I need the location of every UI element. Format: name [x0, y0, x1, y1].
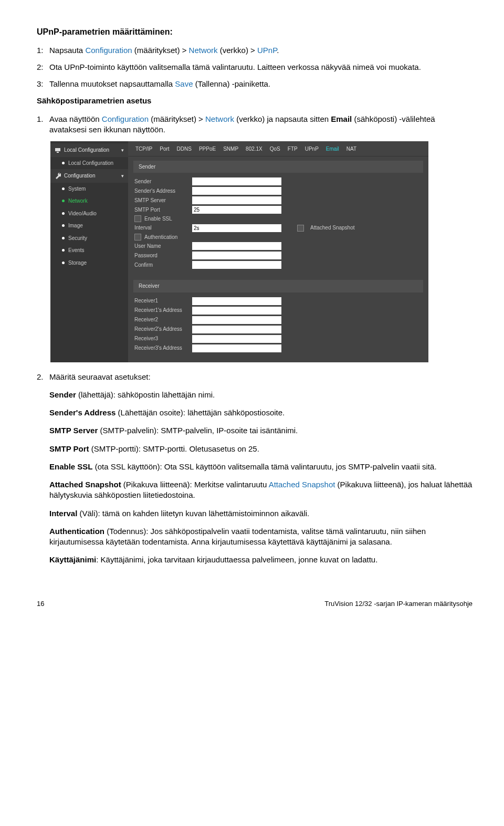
checkbox-authentication[interactable] — [134, 234, 141, 241]
sidebar-item-system[interactable]: System — [50, 183, 128, 195]
label-receiver3-addr: Receiver3's Address — [133, 344, 192, 352]
sidebar-item-storage[interactable]: Storage — [50, 257, 128, 269]
input-receiver2-addr[interactable] — [192, 326, 281, 333]
label-smtp-port: SMTP Port — [133, 206, 192, 214]
screenshot: Local Configuration ▾ Local Configuratio… — [50, 141, 428, 362]
tab-ddns[interactable]: DDNS — [177, 145, 192, 153]
label-attached-snapshot: Attached Snapshot — [310, 224, 355, 232]
label-receiver1: Receiver1 — [133, 297, 192, 305]
input-receiver1-addr[interactable] — [192, 307, 281, 315]
label-receiver1-addr: Receiver1's Address — [133, 307, 192, 314]
input-username[interactable] — [192, 242, 281, 250]
section-receiver: Receiver — [133, 280, 423, 292]
input-receiver2[interactable] — [192, 316, 281, 324]
tab-upnp[interactable]: UPnP — [305, 145, 319, 153]
input-smtp-port[interactable]: 25 — [192, 206, 281, 214]
label-interval: Interval — [133, 224, 192, 232]
sidebar-item-video-audio[interactable]: Video/Audio — [50, 207, 128, 220]
label-confirm: Confirm — [133, 262, 192, 269]
sidebar-header-configuration[interactable]: Configuration ▾ — [50, 169, 128, 183]
input-receiver1[interactable] — [192, 297, 281, 305]
step-3: 3: Tallenna muutokset napsauttamalla Sav… — [37, 79, 472, 89]
input-confirm[interactable] — [192, 261, 281, 269]
tab-email[interactable]: Email — [326, 145, 339, 153]
checkbox-enable-ssl[interactable] — [134, 215, 141, 222]
doc-title: TruVision 12/32 -sarjan IP-kameran määri… — [324, 599, 472, 609]
sidebar: Local Configuration ▾ Local Configuratio… — [50, 141, 128, 362]
input-smtp-server[interactable] — [192, 196, 281, 204]
input-receiver3-addr[interactable] — [192, 344, 281, 352]
input-sender-address[interactable] — [192, 187, 281, 195]
tab-ftp[interactable]: FTP — [288, 145, 298, 153]
page-number: 16 — [37, 599, 44, 609]
tab-nat[interactable]: NAT — [346, 145, 356, 153]
label-username: User Name — [133, 243, 192, 250]
section-sender: Sender — [133, 161, 423, 173]
input-password[interactable] — [192, 252, 281, 259]
chevron-down-icon: ▾ — [121, 147, 124, 153]
svg-rect-1 — [57, 152, 59, 153]
wrench-icon — [55, 173, 61, 179]
tab-pppoe[interactable]: PPPoE — [199, 145, 216, 153]
sidebar-header-local[interactable]: Local Configuration ▾ — [50, 143, 128, 157]
chevron-down-icon: ▾ — [121, 173, 124, 179]
label-receiver2: Receiver2 — [133, 316, 192, 323]
section-heading: UPnP-parametrien määrittäminen: — [37, 26, 472, 38]
sidebar-item-image[interactable]: Image — [50, 219, 128, 232]
monitor-icon — [55, 147, 61, 153]
svg-rect-0 — [55, 148, 60, 151]
label-sender: Sender — [133, 178, 192, 185]
sub-heading: Sähköpostiparametrien asetus — [37, 96, 472, 106]
label-smtp-server: SMTP Server — [133, 197, 192, 204]
label-authentication: Authentication — [144, 234, 177, 241]
sidebar-item-local[interactable]: Local Configuration — [50, 157, 128, 170]
input-receiver3[interactable] — [192, 335, 281, 343]
step-2: 2: Ota UPnP-toiminto käyttöön valitsemal… — [37, 62, 472, 72]
tab-port[interactable]: Port — [160, 145, 169, 153]
email-step-2: 2. Määritä seuraavat asetukset: Sender (… — [37, 372, 472, 573]
label-receiver3: Receiver3 — [133, 335, 192, 342]
label-enable-ssl: Enable SSL — [144, 215, 172, 223]
label-sender-address: Sender's Address — [133, 187, 192, 195]
tab-snmp[interactable]: SNMP — [223, 145, 238, 153]
step-1: 1: Napsauta Configuration (määritykset) … — [37, 45, 472, 56]
sidebar-item-security[interactable]: Security — [50, 232, 128, 245]
input-sender[interactable] — [192, 177, 281, 185]
tab-qos[interactable]: QoS — [270, 145, 280, 153]
tab-8021x[interactable]: 802.1X — [246, 145, 262, 153]
tabs: TCP/IP Port DDNS PPPoE SNMP 802.1X QoS F… — [128, 141, 428, 156]
sidebar-item-events[interactable]: Events — [50, 244, 128, 257]
input-interval[interactable]: 2s — [192, 224, 281, 232]
label-receiver2-addr: Receiver2's Address — [133, 326, 192, 333]
page-footer: 16 TruVision 12/32 -sarjan IP-kameran mä… — [37, 599, 472, 609]
checkbox-attached-snapshot[interactable] — [297, 225, 304, 232]
email-step-1: 1. Avaa näyttöön Configuration (määrityk… — [37, 114, 472, 135]
sidebar-item-network[interactable]: Network — [50, 195, 128, 207]
label-password: Password — [133, 252, 192, 259]
tab-tcpip[interactable]: TCP/IP — [135, 145, 152, 153]
